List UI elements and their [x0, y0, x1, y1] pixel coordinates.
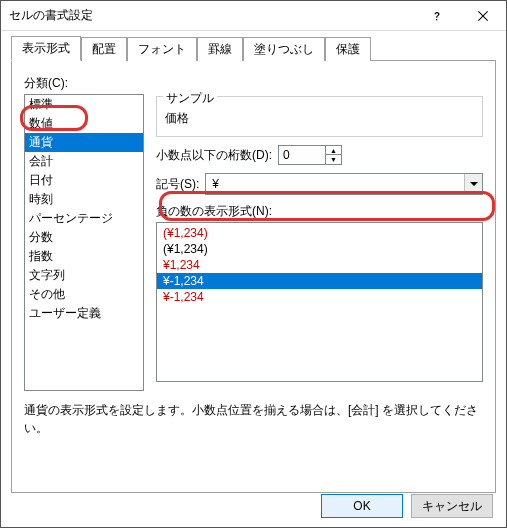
category-item[interactable]: 数値 [25, 114, 143, 133]
tab-5[interactable]: 保護 [325, 37, 371, 61]
help-note: 通貨の表示形式を設定します。小数点位置を揃える場合は、[会計] を選択してくださ… [24, 401, 483, 437]
cancel-button[interactable]: キャンセル [411, 494, 493, 518]
decimal-label: 小数点以下の桁数(D): [156, 147, 272, 164]
category-item[interactable]: 文字列 [25, 266, 143, 285]
symbol-select[interactable]: ¥ [205, 173, 483, 195]
tab-0[interactable]: 表示形式 [11, 36, 81, 61]
negative-list[interactable]: (¥1,234)(¥1,234)¥1,234¥-1,234¥-1,234 [156, 222, 483, 382]
category-label: 分類(C): [24, 75, 483, 92]
decimal-spinner[interactable]: ▲▼ [278, 145, 342, 165]
ok-button[interactable]: OK [321, 494, 403, 518]
sample-label: サンプル [163, 91, 217, 105]
decimal-input[interactable] [278, 145, 326, 165]
tab-4[interactable]: 塗りつぶし [243, 37, 325, 61]
symbol-value: ¥ [206, 177, 464, 191]
sample-box: サンプル 価格 [156, 96, 483, 137]
category-item[interactable]: ユーザー定義 [25, 304, 143, 323]
negative-item[interactable]: ¥-1,234 [157, 289, 482, 305]
negative-item[interactable]: ¥-1,234 [157, 273, 482, 289]
category-item[interactable]: その他 [25, 285, 143, 304]
symbol-label: 記号(S): [156, 176, 199, 193]
close-icon [478, 11, 488, 21]
negative-label: 負の数の表示形式(N): [156, 203, 483, 220]
category-list[interactable]: 標準数値通貨会計日付時刻パーセンテージ分数指数文字列その他ユーザー定義 [24, 94, 144, 391]
negative-item[interactable]: (¥1,234) [157, 241, 482, 257]
category-item[interactable]: 指数 [25, 247, 143, 266]
sample-value: 価格 [165, 110, 474, 127]
tab-bar: 表示形式配置フォント罫線塗りつぶし保護 [11, 39, 496, 61]
category-item[interactable]: 会計 [25, 152, 143, 171]
spinner-down-icon[interactable]: ▼ [326, 155, 341, 164]
category-item[interactable]: パーセンテージ [25, 209, 143, 228]
dialog-title: セルの書式設定 [9, 7, 414, 24]
chevron-down-icon [464, 174, 482, 194]
negative-item[interactable]: (¥1,234) [157, 225, 482, 241]
category-item[interactable]: 標準 [25, 95, 143, 114]
category-item[interactable]: 分数 [25, 228, 143, 247]
negative-item[interactable]: ¥1,234 [157, 257, 482, 273]
spinner-up-icon[interactable]: ▲ [326, 146, 341, 155]
tab-2[interactable]: フォント [127, 37, 197, 61]
close-button[interactable] [460, 1, 506, 30]
category-item[interactable]: 通貨 [25, 133, 143, 152]
help-button[interactable] [414, 1, 460, 30]
tab-1[interactable]: 配置 [81, 37, 127, 61]
category-item[interactable]: 日付 [25, 171, 143, 190]
help-icon [432, 11, 442, 21]
category-item[interactable]: 時刻 [25, 190, 143, 209]
tab-3[interactable]: 罫線 [197, 37, 243, 61]
